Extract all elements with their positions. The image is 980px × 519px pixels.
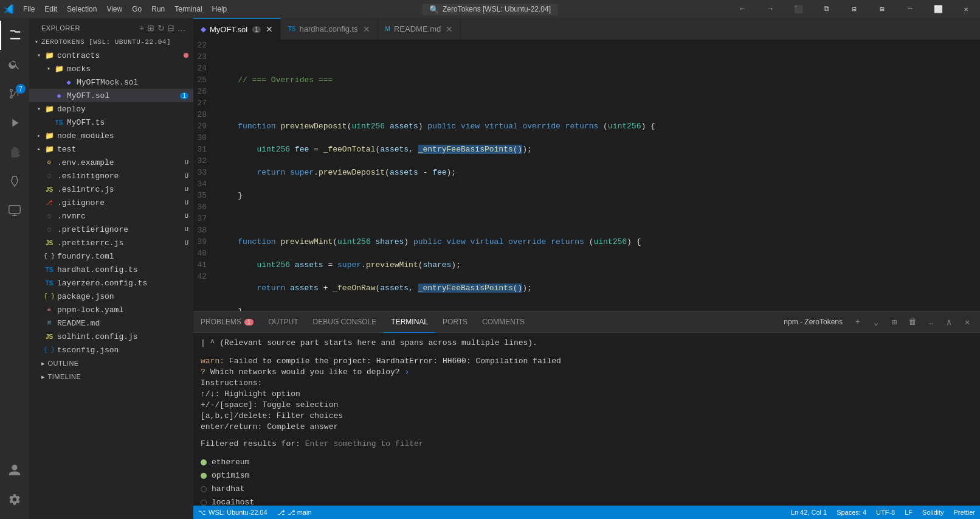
file-prettierrc[interactable]: JS .prettierrc.js U bbox=[29, 236, 193, 249]
hardhat-config-label: hardhat.config.ts bbox=[57, 265, 193, 274]
close-panel-button[interactable]: ✕ bbox=[959, 314, 975, 330]
terminal-dropdown-button[interactable]: ⌄ bbox=[868, 314, 884, 330]
split-editor-button[interactable]: ⧉ bbox=[812, 0, 840, 18]
file-readme[interactable]: M README.md bbox=[29, 316, 193, 330]
tab-close-icon[interactable]: ✕ bbox=[266, 24, 273, 34]
file-hardhat-config[interactable]: TS hardhat.config.ts bbox=[29, 263, 193, 276]
refresh-icon[interactable]: ↻ bbox=[157, 23, 165, 33]
file-prettierignore[interactable]: ◌ .prettierignore U bbox=[29, 223, 193, 236]
tab-hardhat-config[interactable]: TS hardhat.config.ts ✕ bbox=[281, 18, 378, 40]
remote-explorer-icon[interactable] bbox=[0, 196, 29, 225]
restore-button[interactable]: ⬜ bbox=[924, 0, 952, 18]
ts-file-icon: TS bbox=[44, 280, 55, 287]
terminal-line-enter: enter/return: Complete answer bbox=[201, 422, 973, 433]
tab-readme[interactable]: M README.md ✕ bbox=[378, 18, 461, 40]
new-file-icon[interactable]: + bbox=[139, 23, 145, 33]
nav-back-button[interactable]: ← bbox=[728, 0, 756, 18]
minimize-button[interactable]: ─ bbox=[896, 0, 924, 18]
code-content[interactable]: 22 23 24 25 26 27 28 29 30 31 32 33 34 3… bbox=[193, 40, 980, 311]
tab-close-icon[interactable]: ✕ bbox=[363, 24, 370, 34]
tab-myoft[interactable]: ◆ MyOFT.sol 1 ✕ bbox=[193, 18, 281, 40]
maximize-panel-button[interactable]: ∧ bbox=[941, 314, 957, 330]
explorer-title: EXPLORER bbox=[41, 24, 80, 32]
file-myoft[interactable]: ◆ MyOFT.sol 1 bbox=[29, 89, 193, 102]
run-debug-icon[interactable] bbox=[0, 108, 29, 138]
tab-ports[interactable]: PORTS bbox=[435, 312, 475, 333]
search-icon[interactable] bbox=[0, 50, 29, 79]
cursor-position-label: Ln 42, Col 1 bbox=[791, 509, 827, 516]
indentation[interactable]: Spaces: 4 bbox=[832, 509, 871, 516]
cursor-position[interactable]: Ln 42, Col 1 bbox=[786, 509, 832, 516]
encoding[interactable]: UTF-8 bbox=[871, 509, 900, 516]
remote-indicator[interactable]: ⌥ WSL: Ubuntu-22.04 bbox=[193, 506, 272, 519]
terminal-content[interactable]: | ^ (Relevant source part starts here an… bbox=[193, 333, 980, 506]
menu-terminal[interactable]: Terminal bbox=[170, 0, 207, 18]
file-eslintrc[interactable]: JS .eslintrc.js U bbox=[29, 183, 193, 196]
file-nvmrc[interactable]: ◌ .nvmrc U bbox=[29, 209, 193, 223]
formatter[interactable]: Prettier bbox=[949, 509, 980, 516]
nav-forward-button[interactable]: → bbox=[756, 0, 784, 18]
testing-icon[interactable] bbox=[0, 167, 29, 196]
file-gitignore[interactable]: ⎇ .gitignore U bbox=[29, 196, 193, 209]
folder-deploy[interactable]: ▾ 📁 deploy bbox=[29, 102, 193, 116]
file-foundry[interactable]: { } foundry.toml bbox=[29, 249, 193, 263]
file-env-example[interactable]: ⚙ .env.example U bbox=[29, 156, 193, 169]
menu-run[interactable]: Run bbox=[147, 0, 170, 18]
hardhat-unselected-dot bbox=[201, 486, 207, 492]
file-pnpm-lock[interactable]: ≡ pnpm-lock.yaml bbox=[29, 303, 193, 316]
file-myoftmock[interactable]: ◆ MyOFTMock.sol bbox=[29, 75, 193, 89]
menu-selection[interactable]: Selection bbox=[62, 0, 102, 18]
file-solhint-config[interactable]: JS solhint.config.js bbox=[29, 330, 193, 343]
split-terminal-button[interactable]: ⊞ bbox=[886, 314, 902, 330]
timeline-section[interactable]: ▸ TIMELINE bbox=[29, 370, 193, 383]
extensions-icon[interactable] bbox=[0, 138, 29, 167]
folder-mocks[interactable]: ▾ 📁 mocks bbox=[29, 62, 193, 75]
menu-file[interactable]: File bbox=[18, 0, 40, 18]
prettierignore-label: .prettierignore bbox=[57, 225, 184, 234]
nvm-file-icon: ◌ bbox=[44, 212, 55, 220]
more-actions-icon[interactable]: … bbox=[178, 23, 187, 33]
workspace-root[interactable]: ▾ ZEROTOKENS [WSL: UBUNTU-22.04] bbox=[29, 35, 193, 49]
language-mode[interactable]: Solidity bbox=[917, 509, 948, 516]
tab-comments[interactable]: COMMENTS bbox=[475, 312, 532, 333]
kill-terminal-button[interactable]: 🗑 bbox=[905, 314, 920, 330]
terminal-line: | ^ (Relevant source part starts here an… bbox=[201, 338, 973, 349]
tab-problems[interactable]: PROBLEMS 1 bbox=[193, 312, 261, 333]
more-terminal-actions[interactable]: … bbox=[923, 314, 939, 330]
menu-view[interactable]: View bbox=[102, 0, 127, 18]
settings-icon[interactable] bbox=[0, 485, 29, 514]
folder-test[interactable]: ▸ 📁 test bbox=[29, 142, 193, 156]
outline-section[interactable]: ▸ OUTLINE bbox=[29, 357, 193, 370]
source-control-icon[interactable]: 7 bbox=[0, 79, 29, 108]
menu-go[interactable]: Go bbox=[127, 0, 147, 18]
new-terminal-button[interactable]: + bbox=[850, 314, 866, 330]
contracts-expand-icon: ▾ bbox=[34, 52, 44, 59]
file-eslintignore[interactable]: ◌ .eslintignore U bbox=[29, 169, 193, 183]
tab-close-icon[interactable]: ✕ bbox=[446, 24, 453, 34]
new-folder-icon[interactable]: ⊞ bbox=[147, 23, 155, 33]
layout-button[interactable]: ⊟ bbox=[840, 0, 868, 18]
menu-edit[interactable]: Edit bbox=[40, 0, 62, 18]
customize-layout-button[interactable]: ⊞ bbox=[868, 0, 896, 18]
accounts-icon[interactable] bbox=[0, 456, 29, 485]
sol-file-icon: ◆ bbox=[53, 91, 64, 100]
line-ending[interactable]: LF bbox=[900, 509, 917, 516]
folder-node-modules[interactable]: ▸ 📁 node_modules bbox=[29, 129, 193, 142]
explorer-icon[interactable] bbox=[0, 21, 29, 50]
folder-contracts[interactable]: ▾ 📁 contracts bbox=[29, 49, 193, 62]
tab-debug-console[interactable]: DEBUG CONSOLE bbox=[306, 312, 384, 333]
git-branch[interactable]: ⎇ ⎇ main bbox=[272, 506, 317, 519]
tab-output[interactable]: OUTPUT bbox=[261, 312, 305, 333]
layerzero-config-label: layerzero.config.ts bbox=[57, 279, 193, 288]
prettier-ign-icon: ◌ bbox=[44, 226, 55, 233]
layout-toggle-button[interactable]: ⬛ bbox=[784, 0, 812, 18]
md-file-icon: M bbox=[44, 320, 55, 327]
file-myoft-ts[interactable]: TS MyOFT.ts bbox=[29, 116, 193, 129]
file-package-json[interactable]: { } package.json bbox=[29, 290, 193, 303]
close-button[interactable]: ✕ bbox=[952, 0, 980, 18]
file-tsconfig[interactable]: { } tsconfig.json bbox=[29, 343, 193, 357]
tab-terminal[interactable]: TERMINAL bbox=[384, 312, 435, 333]
collapse-all-icon[interactable]: ⊟ bbox=[167, 23, 175, 33]
menu-help[interactable]: Help bbox=[207, 0, 232, 18]
file-layerzero-config[interactable]: TS layerzero.config.ts bbox=[29, 276, 193, 290]
